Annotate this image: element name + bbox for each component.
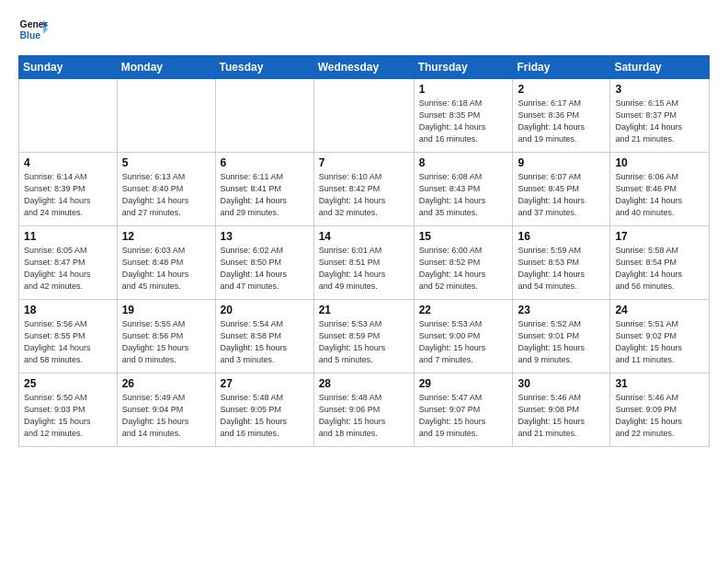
svg-text:Blue: Blue bbox=[20, 30, 41, 40]
day-info: Sunrise: 6:15 AM Sunset: 8:37 PM Dayligh… bbox=[615, 98, 704, 145]
weekday-header: Monday bbox=[117, 56, 215, 79]
day-info: Sunrise: 6:01 AM Sunset: 8:51 PM Dayligh… bbox=[319, 245, 409, 293]
day-info: Sunrise: 5:55 AM Sunset: 8:56 PM Dayligh… bbox=[122, 318, 210, 366]
calendar-cell: 2Sunrise: 6:17 AM Sunset: 8:36 PM Daylig… bbox=[513, 79, 610, 153]
day-info: Sunrise: 6:07 AM Sunset: 8:45 PM Dayligh… bbox=[518, 171, 605, 219]
week-row: 1Sunrise: 6:18 AM Sunset: 8:35 PM Daylig… bbox=[19, 79, 710, 153]
day-number: 14 bbox=[319, 230, 409, 243]
day-number: 3 bbox=[615, 83, 704, 96]
calendar-cell bbox=[19, 79, 118, 153]
day-number: 8 bbox=[419, 156, 508, 169]
calendar-cell: 27Sunrise: 5:48 AM Sunset: 9:05 PM Dayli… bbox=[215, 373, 313, 447]
day-number: 20 bbox=[221, 304, 309, 316]
day-number: 10 bbox=[615, 156, 704, 169]
calendar-cell: 12Sunrise: 6:03 AM Sunset: 8:48 PM Dayli… bbox=[117, 226, 215, 300]
day-info: Sunrise: 5:46 AM Sunset: 9:08 PM Dayligh… bbox=[518, 392, 605, 440]
day-info: Sunrise: 6:18 AM Sunset: 8:35 PM Dayligh… bbox=[419, 98, 508, 145]
day-info: Sunrise: 5:53 AM Sunset: 9:00 PM Dayligh… bbox=[419, 318, 508, 366]
weekday-header: Thursday bbox=[414, 56, 513, 79]
day-info: Sunrise: 5:53 AM Sunset: 8:59 PM Dayligh… bbox=[319, 318, 409, 366]
day-number: 12 bbox=[122, 230, 210, 243]
day-number: 23 bbox=[518, 304, 605, 316]
calendar-cell: 3Sunrise: 6:15 AM Sunset: 8:37 PM Daylig… bbox=[610, 79, 710, 153]
day-number: 17 bbox=[615, 230, 704, 243]
calendar-cell: 8Sunrise: 6:08 AM Sunset: 8:43 PM Daylig… bbox=[414, 153, 513, 226]
calendar-cell: 22Sunrise: 5:53 AM Sunset: 9:00 PM Dayli… bbox=[414, 300, 513, 373]
weekday-header: Friday bbox=[513, 56, 610, 79]
logo-icon: General Blue bbox=[18, 15, 48, 44]
week-row: 25Sunrise: 5:50 AM Sunset: 9:03 PM Dayli… bbox=[19, 373, 710, 447]
calendar-cell: 19Sunrise: 5:55 AM Sunset: 8:56 PM Dayli… bbox=[117, 300, 215, 373]
weekday-header-row: SundayMondayTuesdayWednesdayThursdayFrid… bbox=[19, 56, 710, 79]
calendar-cell: 16Sunrise: 5:59 AM Sunset: 8:53 PM Dayli… bbox=[513, 226, 610, 300]
day-info: Sunrise: 5:47 AM Sunset: 9:07 PM Dayligh… bbox=[419, 392, 508, 440]
calendar-cell: 11Sunrise: 6:05 AM Sunset: 8:47 PM Dayli… bbox=[19, 226, 118, 300]
calendar-cell bbox=[215, 79, 313, 153]
day-number: 2 bbox=[518, 83, 605, 96]
weekday-header: Wednesday bbox=[313, 56, 414, 79]
day-info: Sunrise: 6:08 AM Sunset: 8:43 PM Dayligh… bbox=[419, 171, 508, 219]
day-info: Sunrise: 5:48 AM Sunset: 9:05 PM Dayligh… bbox=[221, 392, 309, 440]
day-number: 16 bbox=[518, 230, 605, 243]
calendar-cell: 6Sunrise: 6:11 AM Sunset: 8:41 PM Daylig… bbox=[215, 153, 313, 226]
calendar-cell: 17Sunrise: 5:58 AM Sunset: 8:54 PM Dayli… bbox=[610, 226, 710, 300]
week-row: 18Sunrise: 5:56 AM Sunset: 8:55 PM Dayli… bbox=[19, 300, 710, 373]
day-number: 4 bbox=[24, 156, 112, 169]
day-info: Sunrise: 6:05 AM Sunset: 8:47 PM Dayligh… bbox=[24, 245, 112, 293]
header: General Blue bbox=[18, 15, 710, 44]
day-info: Sunrise: 5:58 AM Sunset: 8:54 PM Dayligh… bbox=[615, 245, 704, 293]
calendar-cell: 28Sunrise: 5:48 AM Sunset: 9:06 PM Dayli… bbox=[313, 373, 414, 447]
day-number: 31 bbox=[615, 377, 704, 390]
weekday-header: Saturday bbox=[610, 56, 710, 79]
weekday-header: Sunday bbox=[19, 56, 118, 79]
day-number: 1 bbox=[419, 83, 508, 96]
calendar: SundayMondayTuesdayWednesdayThursdayFrid… bbox=[18, 55, 710, 447]
calendar-cell: 23Sunrise: 5:52 AM Sunset: 9:01 PM Dayli… bbox=[513, 300, 610, 373]
logo: General Blue bbox=[18, 15, 48, 44]
day-number: 27 bbox=[221, 377, 309, 390]
day-number: 5 bbox=[122, 156, 210, 169]
day-info: Sunrise: 6:02 AM Sunset: 8:50 PM Dayligh… bbox=[221, 245, 309, 293]
calendar-cell: 4Sunrise: 6:14 AM Sunset: 8:39 PM Daylig… bbox=[19, 153, 118, 226]
day-info: Sunrise: 6:06 AM Sunset: 8:46 PM Dayligh… bbox=[615, 171, 704, 219]
day-info: Sunrise: 5:46 AM Sunset: 9:09 PM Dayligh… bbox=[615, 392, 704, 440]
calendar-cell: 5Sunrise: 6:13 AM Sunset: 8:40 PM Daylig… bbox=[117, 153, 215, 226]
calendar-cell: 9Sunrise: 6:07 AM Sunset: 8:45 PM Daylig… bbox=[513, 153, 610, 226]
day-number: 21 bbox=[319, 304, 409, 316]
day-number: 28 bbox=[319, 377, 409, 390]
day-number: 6 bbox=[221, 156, 309, 169]
day-info: Sunrise: 5:59 AM Sunset: 8:53 PM Dayligh… bbox=[518, 245, 605, 293]
day-number: 15 bbox=[419, 230, 508, 243]
day-number: 11 bbox=[24, 230, 112, 243]
calendar-cell bbox=[117, 79, 215, 153]
day-info: Sunrise: 6:00 AM Sunset: 8:52 PM Dayligh… bbox=[419, 245, 508, 293]
day-info: Sunrise: 5:52 AM Sunset: 9:01 PM Dayligh… bbox=[518, 318, 605, 366]
day-info: Sunrise: 6:03 AM Sunset: 8:48 PM Dayligh… bbox=[122, 245, 210, 293]
day-info: Sunrise: 5:50 AM Sunset: 9:03 PM Dayligh… bbox=[24, 392, 112, 440]
day-info: Sunrise: 5:56 AM Sunset: 8:55 PM Dayligh… bbox=[24, 318, 112, 366]
day-info: Sunrise: 6:14 AM Sunset: 8:39 PM Dayligh… bbox=[24, 171, 112, 219]
calendar-cell: 20Sunrise: 5:54 AM Sunset: 8:58 PM Dayli… bbox=[215, 300, 313, 373]
day-info: Sunrise: 5:51 AM Sunset: 9:02 PM Dayligh… bbox=[615, 318, 704, 366]
weekday-header: Tuesday bbox=[215, 56, 313, 79]
day-number: 22 bbox=[419, 304, 508, 316]
day-info: Sunrise: 6:13 AM Sunset: 8:40 PM Dayligh… bbox=[122, 171, 210, 219]
calendar-cell: 15Sunrise: 6:00 AM Sunset: 8:52 PM Dayli… bbox=[414, 226, 513, 300]
calendar-cell: 21Sunrise: 5:53 AM Sunset: 8:59 PM Dayli… bbox=[313, 300, 414, 373]
calendar-cell: 7Sunrise: 6:10 AM Sunset: 8:42 PM Daylig… bbox=[313, 153, 414, 226]
calendar-cell: 26Sunrise: 5:49 AM Sunset: 9:04 PM Dayli… bbox=[117, 373, 215, 447]
day-number: 9 bbox=[518, 156, 605, 169]
day-number: 29 bbox=[419, 377, 508, 390]
calendar-cell: 1Sunrise: 6:18 AM Sunset: 8:35 PM Daylig… bbox=[414, 79, 513, 153]
day-info: Sunrise: 6:17 AM Sunset: 8:36 PM Dayligh… bbox=[518, 98, 605, 145]
page: General Blue SundayMondayTuesdayWednesda… bbox=[0, 0, 728, 563]
day-number: 25 bbox=[24, 377, 112, 390]
week-row: 4Sunrise: 6:14 AM Sunset: 8:39 PM Daylig… bbox=[19, 153, 710, 226]
day-number: 18 bbox=[24, 304, 112, 316]
calendar-cell: 25Sunrise: 5:50 AM Sunset: 9:03 PM Dayli… bbox=[19, 373, 118, 447]
day-info: Sunrise: 5:54 AM Sunset: 8:58 PM Dayligh… bbox=[221, 318, 309, 366]
day-number: 30 bbox=[518, 377, 605, 390]
calendar-cell: 29Sunrise: 5:47 AM Sunset: 9:07 PM Dayli… bbox=[414, 373, 513, 447]
week-row: 11Sunrise: 6:05 AM Sunset: 8:47 PM Dayli… bbox=[19, 226, 710, 300]
day-number: 13 bbox=[221, 230, 309, 243]
